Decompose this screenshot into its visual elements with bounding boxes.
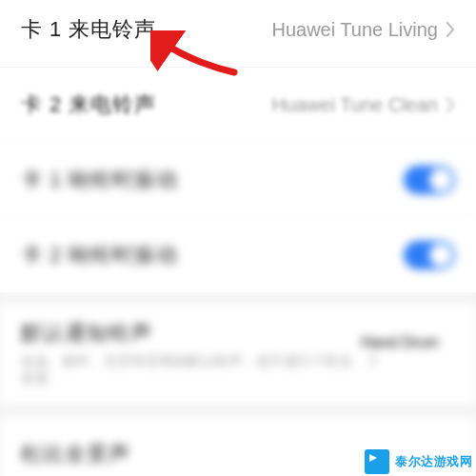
value-sim2-ringtone: Huawei Tune Clean	[271, 94, 455, 116]
value-default-notification: Hand Drum	[361, 334, 455, 372]
value-text: Huawei Tune Clean	[271, 94, 438, 116]
toggle-sim2-vibrate[interactable]	[404, 241, 455, 269]
toggle-sim1-vibrate[interactable]	[404, 166, 455, 194]
chevron-right-icon	[446, 21, 455, 38]
row-dolby[interactable]: 杜比全景声	[0, 417, 476, 476]
label-dolby: 杜比全景声	[21, 440, 130, 468]
value-text: Huawei Tune Living	[271, 19, 438, 41]
section-divider	[0, 406, 476, 417]
label-sim1-ringtone: 卡 1 来电铃声	[21, 15, 156, 44]
chevron-right-icon	[446, 96, 455, 113]
section-divider	[0, 292, 476, 304]
notification-subtitle: 信息、邮件、日历等应用的默认铃声，也可进行个性化设置	[21, 353, 361, 387]
row-default-notification[interactable]: 默认通知铃声 信息、邮件、日历等应用的默认铃声，也可进行个性化设置 Hand D…	[0, 304, 476, 406]
row-sim2-ringtone[interactable]: 卡 2 来电铃声 Huawei Tune Clean	[0, 68, 476, 143]
row-sim1-vibrate[interactable]: 卡 1 响铃时振动	[0, 143, 476, 218]
label-sim2-ringtone: 卡 2 来电铃声	[21, 90, 156, 119]
chevron-right-icon	[368, 351, 378, 368]
value-sim1-ringtone: Huawei Tune Living	[271, 19, 455, 41]
notification-title: 默认通知铃声	[21, 319, 361, 347]
label-sim1-vibrate: 卡 1 响铃时振动	[21, 166, 178, 194]
value-text: Hand Drum	[361, 334, 439, 350]
label-sim2-vibrate: 卡 2 响铃时振动	[21, 241, 178, 269]
row-sim1-ringtone[interactable]: 卡 1 来电铃声 Huawei Tune Living	[0, 0, 476, 68]
row-sim2-vibrate[interactable]: 卡 2 响铃时振动	[0, 218, 476, 292]
